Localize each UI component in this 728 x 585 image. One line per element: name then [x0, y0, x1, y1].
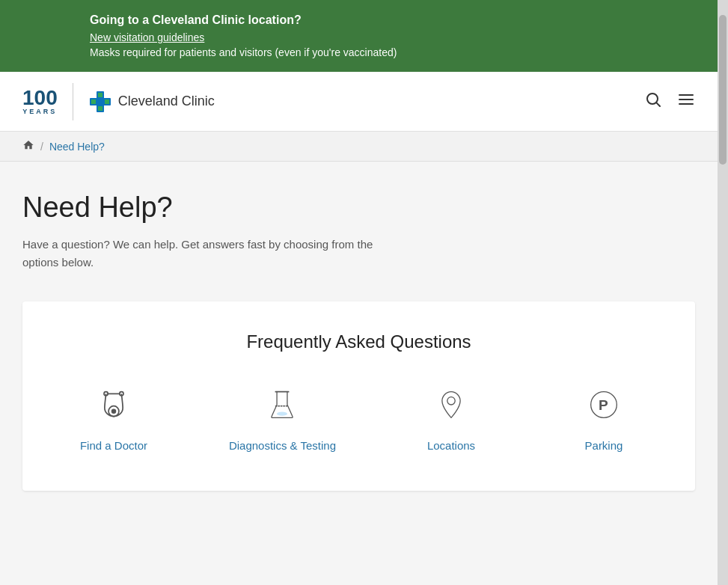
breadcrumb: / Need Help? — [0, 132, 718, 162]
logo-divider — [73, 83, 73, 120]
flask-icon — [260, 382, 305, 427]
faq-label-locations: Locations — [427, 438, 475, 453]
faq-item-locations[interactable]: Locations — [414, 382, 489, 453]
faq-item-find-doctor[interactable]: Find a Doctor — [76, 382, 151, 453]
faq-items: Find a Doctor Diagnostics & Te — [45, 382, 673, 453]
faq-title: Frequently Asked Questions — [45, 331, 673, 352]
scrollbar[interactable] — [718, 0, 728, 585]
faq-label-diagnostics: Diagnostics & Testing — [229, 438, 336, 453]
alert-banner: Going to a Cleveland Clinic location? Ne… — [0, 0, 718, 72]
svg-point-19 — [278, 412, 288, 416]
banner-body: Masks required for patients and visitors… — [90, 46, 628, 58]
faq-label-find-doctor: Find a Doctor — [80, 438, 147, 453]
svg-point-7 — [647, 94, 658, 104]
parking-icon: P — [581, 382, 626, 427]
logo-100-text: 100 — [22, 88, 58, 108]
page-subtitle: Have a question? We can help. Get answer… — [22, 236, 397, 272]
faq-section: Frequently Asked Questions — [22, 301, 695, 491]
svg-rect-4 — [91, 99, 96, 104]
faq-item-diagnostics[interactable]: Diagnostics & Testing — [229, 382, 336, 453]
svg-point-16 — [111, 409, 115, 413]
svg-point-20 — [447, 397, 455, 405]
clinic-logo[interactable]: Cleveland Clinic — [88, 90, 215, 114]
page-title: Need Help? — [22, 192, 695, 224]
browser-window: Going to a Cleveland Clinic location? Ne… — [0, 0, 728, 585]
faq-item-parking[interactable]: P Parking — [566, 382, 641, 453]
header-icons — [644, 91, 695, 113]
breadcrumb-current[interactable]: Need Help? — [49, 141, 105, 153]
svg-rect-2 — [98, 93, 103, 97]
breadcrumb-separator: / — [40, 141, 43, 153]
logo-years-text: YEARS — [22, 108, 57, 115]
logo-area: 100 YEARS Cleveland Clinic — [22, 83, 215, 120]
stethoscope-icon — [91, 382, 136, 427]
main-content: Going to a Cleveland Clinic location? Ne… — [0, 0, 718, 585]
page-content: Need Help? Have a question? We can help.… — [0, 162, 718, 585]
faq-label-parking: Parking — [585, 438, 623, 453]
search-icon[interactable] — [644, 91, 662, 113]
banner-link[interactable]: New visitation guidelines — [90, 31, 628, 43]
banner-title: Going to a Cleveland Clinic location? — [90, 13, 628, 27]
location-icon — [429, 382, 474, 427]
svg-line-8 — [657, 102, 660, 105]
svg-rect-6 — [98, 99, 103, 104]
home-icon[interactable] — [22, 139, 34, 153]
cc-cross-icon — [88, 90, 112, 114]
clinic-name: Cleveland Clinic — [118, 94, 215, 109]
svg-rect-3 — [98, 106, 103, 111]
logo-100-years: 100 YEARS — [22, 88, 58, 115]
menu-icon[interactable] — [677, 91, 695, 113]
svg-rect-5 — [105, 99, 109, 104]
scrollbar-thumb[interactable] — [719, 15, 727, 165]
svg-text:P: P — [599, 397, 608, 413]
site-header: 100 YEARS Cleveland Clinic — [0, 72, 718, 132]
